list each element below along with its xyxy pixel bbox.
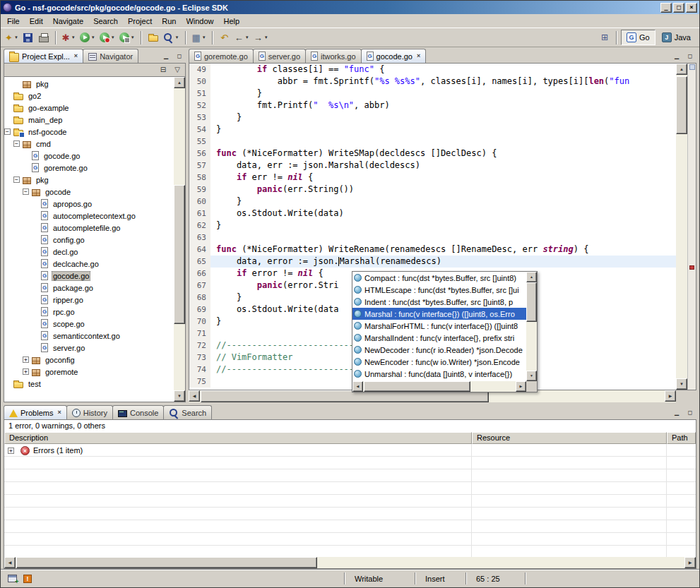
completion-item-marshal[interactable]: Marshal : func(v interface{}) ([]uint8, … <box>352 308 526 320</box>
code-line-59[interactable]: 59 panic(err.String()) <box>189 184 676 196</box>
error-marker[interactable] <box>689 265 694 270</box>
perspective-java-button[interactable]: JJava <box>657 30 696 45</box>
scroll-right-button[interactable]: ▶ <box>665 390 676 402</box>
problems-row-errors-1-item[interactable]: +Errors (1 item) <box>4 444 696 457</box>
open-resource-button[interactable] <box>146 30 161 46</box>
editor-tab-server-go[interactable]: server.go <box>253 49 306 63</box>
tree-item-declcache-go[interactable]: declcache.go <box>4 258 174 270</box>
tree-item-main-dep[interactable]: main_dep <box>4 114 174 126</box>
tree-item-gocode-go[interactable]: gocode.go <box>4 150 174 162</box>
tree-item-scope-go[interactable]: scope.go <box>4 318 174 330</box>
tree-item-semanticcontext-go[interactable]: semanticcontext.go <box>4 330 174 342</box>
scrollbar-thumb[interactable] <box>174 185 185 324</box>
overview-ruler[interactable] <box>687 64 696 390</box>
expand-toggle-icon[interactable]: − <box>13 140 20 147</box>
fast-view-button[interactable] <box>5 572 19 585</box>
completion-item-unmarshal[interactable]: Unmarshal : func(data []uint8, v interfa… <box>352 368 526 380</box>
code-line-53[interactable]: 53 } <box>189 112 676 124</box>
popup-hscrollbar[interactable]: ◀ ▶ <box>352 381 526 392</box>
expand-toggle-icon[interactable]: + <box>8 448 14 454</box>
code-line-63[interactable]: 63 <box>189 232 676 244</box>
code-line-54[interactable]: 54} <box>189 124 676 136</box>
problems-hscrollbar[interactable]: ◀ ▶ <box>4 557 696 568</box>
external-tools-button[interactable]: ✱▼ <box>60 30 78 46</box>
tree-item-pkg[interactable]: pkg <box>4 78 174 90</box>
completion-item-newdecoder[interactable]: NewDecoder : func(r io.Reader) *json.Dec… <box>352 344 526 356</box>
code-line-49[interactable]: 49 if classes[i] == "func" { <box>189 64 676 76</box>
scroll-up-button[interactable]: ▲ <box>676 64 687 75</box>
perspective-go-button[interactable]: GGo <box>621 30 655 45</box>
error-log-button[interactable] <box>20 572 35 585</box>
code-line-56[interactable]: 56func (*NiceFormatter) WriteSMap(declde… <box>189 148 676 160</box>
run-button[interactable]: ▼ <box>78 30 97 46</box>
minimize-view-button[interactable]: ▁ <box>670 407 683 418</box>
scroll-left-button[interactable]: ◀ <box>352 381 363 392</box>
tree-item-goremote[interactable]: +goremote <box>4 366 174 378</box>
scrollbar-track[interactable] <box>676 75 687 378</box>
profile-button[interactable]: ▼ <box>117 30 137 46</box>
code-line-60[interactable]: 60 } <box>189 196 676 208</box>
scrollbar-thumb[interactable] <box>364 381 470 392</box>
menu-run[interactable]: Run <box>157 16 181 27</box>
close-icon[interactable]: × <box>74 53 78 59</box>
menu-search[interactable]: Search <box>88 16 123 27</box>
code-line-57[interactable]: 57 data, err := json.Marshal(decldescs) <box>189 160 676 172</box>
view-tab-project-expl[interactable]: Project Expl...× <box>4 49 83 63</box>
problems-table[interactable]: +Errors (1 item) <box>4 444 696 557</box>
tree-item-pkg[interactable]: −pkg <box>4 174 174 186</box>
scrollbar-thumb[interactable] <box>16 557 317 568</box>
maximize-view-button[interactable]: ◻ <box>173 51 186 61</box>
maximize-editor-button[interactable]: ◻ <box>684 51 696 61</box>
coverage-button[interactable]: ▼ <box>97 30 117 46</box>
window-maximize-button[interactable]: □ <box>673 3 684 13</box>
view-tab-problems[interactable]: Problems× <box>4 405 67 419</box>
tree-item-rpc-go[interactable]: rpc.go <box>4 306 174 318</box>
scroll-right-button[interactable]: ▶ <box>516 381 526 392</box>
last-edit-location-button[interactable]: ↶ <box>217 30 232 46</box>
tree-item-autocompletefile-go[interactable]: autocompletefile.go <box>4 222 174 234</box>
tree-item-server-go[interactable]: server.go <box>4 342 174 354</box>
menu-help[interactable]: Help <box>219 16 245 27</box>
window-minimize-button[interactable]: _ <box>660 3 672 13</box>
scrollbar-thumb[interactable] <box>676 76 687 134</box>
tree-item-go-example[interactable]: go-example <box>4 102 174 114</box>
expand-toggle-icon[interactable]: − <box>4 128 11 135</box>
scroll-down-button[interactable]: ▼ <box>526 371 537 381</box>
tree-item-autocompletecontext-go[interactable]: autocompletecontext.go <box>4 210 174 222</box>
menu-file[interactable]: File <box>2 16 25 27</box>
completion-item-compact[interactable]: Compact : func(dst *bytes.Buffer, src []… <box>352 272 526 284</box>
menu-window[interactable]: Window <box>181 16 218 27</box>
menu-navigate[interactable]: Navigate <box>48 16 88 27</box>
new-wizard-button[interactable]: ✦▼ <box>3 30 20 46</box>
save-button[interactable] <box>20 30 36 46</box>
code-line-65[interactable]: 65 data, error := json.Marshal(renamedes… <box>189 256 676 268</box>
forward-button[interactable]: →▼ <box>251 30 271 46</box>
editor-vscrollbar[interactable]: ▲ ▼ <box>676 64 687 390</box>
close-icon[interactable]: × <box>417 53 420 59</box>
expand-toggle-icon[interactable]: + <box>23 356 29 363</box>
expand-toggle-icon[interactable]: − <box>23 188 29 195</box>
expand-toggle-icon[interactable]: + <box>23 368 29 375</box>
scrollbar-track[interactable] <box>526 282 537 371</box>
code-line-64[interactable]: 64func (*NiceFormatter) WriteRename(rena… <box>189 244 676 256</box>
minimize-view-button[interactable]: ▁ <box>160 51 172 61</box>
popup-vscrollbar[interactable]: ▲ ▼ <box>526 272 537 381</box>
scrollbar-track[interactable] <box>363 381 516 392</box>
completion-item-marshalforhtml[interactable]: MarshalForHTML : func(v interface{}) ([]… <box>352 320 526 332</box>
column-header-path[interactable]: Path <box>667 432 696 444</box>
scrollbar-thumb[interactable] <box>526 282 537 322</box>
tree-item-cmd[interactable]: −cmd <box>4 138 174 150</box>
menu-edit[interactable]: Edit <box>25 16 48 27</box>
code-line-55[interactable]: 55 <box>189 136 676 148</box>
code-line-51[interactable]: 51 } <box>189 88 676 100</box>
tree-item-apropos-go[interactable]: apropos.go <box>4 198 174 210</box>
tree-scrollbar[interactable]: ▲ ▼ <box>174 77 185 402</box>
tree-item-go2[interactable]: go2 <box>4 90 174 102</box>
view-tab-navigator[interactable]: Navigator <box>83 49 138 63</box>
completion-item-newencoder[interactable]: NewEncoder : func(w io.Writer) *json.Enc… <box>352 356 526 368</box>
maximize-view-button[interactable]: ◻ <box>684 407 696 418</box>
column-header-description[interactable]: Description <box>4 432 472 444</box>
code-line-61[interactable]: 61 os.Stdout.Write(data) <box>189 208 676 220</box>
editor-tab-itworks-go[interactable]: itworks.go <box>305 49 362 63</box>
completion-item-indent[interactable]: Indent : func(dst *bytes.Buffer, src []u… <box>352 296 526 308</box>
